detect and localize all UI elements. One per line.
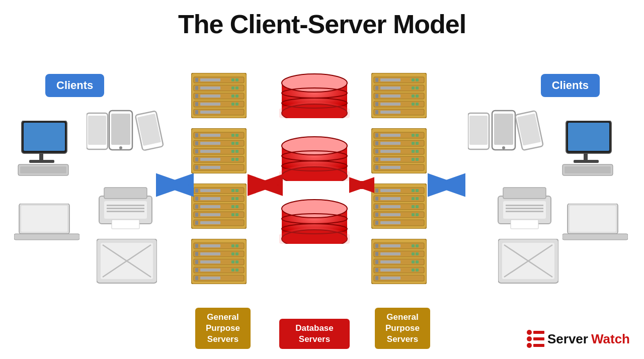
svg-rect-32 xyxy=(235,78,238,81)
svg-rect-172 xyxy=(375,141,378,145)
svg-rect-116 xyxy=(195,268,198,272)
svg-rect-220 xyxy=(375,252,378,256)
svg-rect-89 xyxy=(231,205,234,208)
svg-point-253 xyxy=(502,146,505,149)
svg-rect-184 xyxy=(412,158,415,161)
page-title: The Client-Server Model xyxy=(0,0,644,39)
svg-rect-83 xyxy=(200,197,220,200)
label-gp-left: General Purpose Servers xyxy=(195,308,251,349)
svg-rect-92 xyxy=(195,213,198,217)
svg-rect-227 xyxy=(412,260,415,263)
svg-rect-230 xyxy=(375,268,378,272)
svg-rect-196 xyxy=(375,197,378,201)
svg-rect-102 xyxy=(200,244,220,247)
svg-rect-44 xyxy=(195,102,198,106)
svg-rect-193 xyxy=(412,189,415,192)
server-rack-left-3 xyxy=(191,184,247,229)
svg-rect-199 xyxy=(416,197,419,200)
svg-rect-70 xyxy=(231,158,234,161)
arrow-blue-right xyxy=(428,172,465,198)
svg-rect-40 xyxy=(200,95,220,98)
svg-rect-73 xyxy=(195,165,198,169)
svg-rect-167 xyxy=(375,133,378,137)
svg-rect-5 xyxy=(20,166,66,173)
svg-rect-208 xyxy=(412,213,415,216)
svg-rect-194 xyxy=(416,189,419,192)
svg-rect-82 xyxy=(195,197,198,201)
svg-rect-90 xyxy=(235,205,238,208)
svg-rect-31 xyxy=(231,78,234,81)
svg-rect-39 xyxy=(195,94,198,98)
svg-rect-188 xyxy=(380,166,400,169)
svg-rect-88 xyxy=(200,205,220,208)
svg-rect-10 xyxy=(88,116,106,145)
svg-rect-250 xyxy=(469,116,488,145)
svg-rect-270 xyxy=(570,206,616,232)
svg-rect-153 xyxy=(375,94,378,98)
svg-rect-206 xyxy=(375,213,378,217)
svg-rect-217 xyxy=(412,244,415,247)
svg-rect-36 xyxy=(231,86,234,89)
svg-rect-114 xyxy=(235,260,238,263)
printer-left xyxy=(97,184,154,231)
svg-rect-215 xyxy=(375,244,378,248)
svg-rect-182 xyxy=(375,157,378,161)
svg-rect-202 xyxy=(380,205,400,208)
svg-rect-49 xyxy=(195,110,198,114)
svg-rect-30 xyxy=(200,78,220,81)
svg-rect-252 xyxy=(494,114,513,145)
svg-rect-63 xyxy=(195,149,198,153)
svg-rect-64 xyxy=(200,150,220,153)
svg-rect-55 xyxy=(231,134,234,137)
svg-rect-164 xyxy=(380,111,400,114)
svg-rect-236 xyxy=(380,277,400,280)
svg-rect-69 xyxy=(200,158,220,161)
svg-rect-192 xyxy=(380,189,400,192)
svg-rect-178 xyxy=(380,150,400,153)
svg-rect-121 xyxy=(195,276,198,280)
tablet-right xyxy=(498,239,558,284)
svg-rect-68 xyxy=(195,157,198,161)
svg-rect-173 xyxy=(380,142,400,145)
clients-label-left: Clients xyxy=(45,74,104,97)
svg-rect-146 xyxy=(416,78,419,81)
svg-rect-47 xyxy=(235,103,238,106)
svg-rect-60 xyxy=(231,142,234,145)
svg-rect-77 xyxy=(195,189,198,193)
svg-rect-260 xyxy=(506,208,543,209)
svg-rect-226 xyxy=(380,260,400,263)
svg-rect-19 xyxy=(107,205,144,206)
logo-text-watch: Watch xyxy=(591,331,630,347)
svg-rect-257 xyxy=(503,201,546,219)
server-rack-right-4 xyxy=(371,239,427,284)
svg-rect-107 xyxy=(200,252,220,255)
db-cylinder-3 xyxy=(279,196,350,244)
svg-rect-50 xyxy=(200,111,220,114)
svg-rect-112 xyxy=(200,260,220,263)
svg-rect-46 xyxy=(231,103,234,106)
svg-rect-231 xyxy=(380,268,400,272)
svg-rect-204 xyxy=(416,205,419,208)
server-rack-right-3 xyxy=(371,184,427,229)
svg-rect-155 xyxy=(412,95,415,98)
svg-rect-258 xyxy=(503,188,546,199)
svg-rect-221 xyxy=(380,252,400,255)
svg-rect-145 xyxy=(412,78,415,81)
svg-rect-95 xyxy=(235,213,238,216)
phones-left xyxy=(87,108,172,158)
svg-rect-106 xyxy=(195,252,198,256)
svg-rect-84 xyxy=(231,197,234,200)
svg-rect-261 xyxy=(506,211,543,212)
svg-rect-151 xyxy=(416,86,419,89)
svg-rect-174 xyxy=(412,142,415,145)
svg-rect-58 xyxy=(195,141,198,145)
server-rack-left-1 xyxy=(191,73,247,118)
svg-rect-271 xyxy=(562,234,628,240)
svg-rect-103 xyxy=(231,244,234,247)
svg-rect-71 xyxy=(235,158,238,161)
laptop-right xyxy=(562,204,628,244)
desktop-left xyxy=(14,121,85,176)
svg-rect-85 xyxy=(235,197,238,200)
svg-rect-22 xyxy=(112,220,139,229)
svg-rect-259 xyxy=(506,205,543,206)
